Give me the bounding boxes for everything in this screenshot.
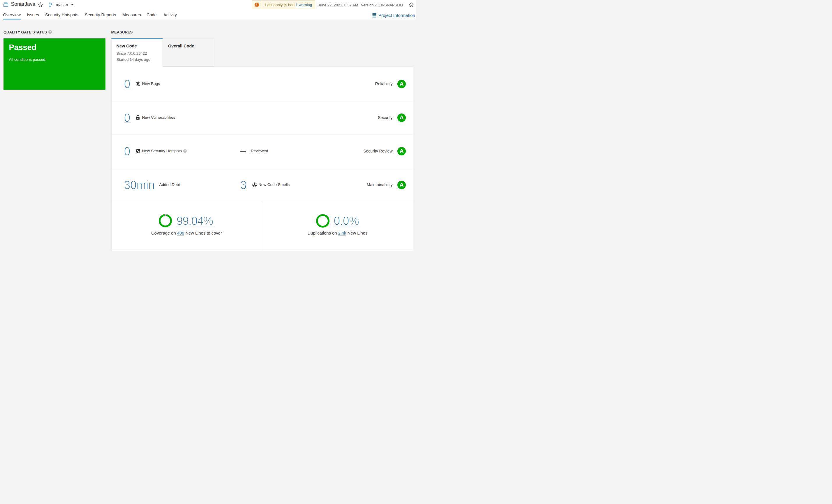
svg-text:?: ? — [49, 31, 51, 33]
svg-text:?: ? — [184, 149, 186, 152]
